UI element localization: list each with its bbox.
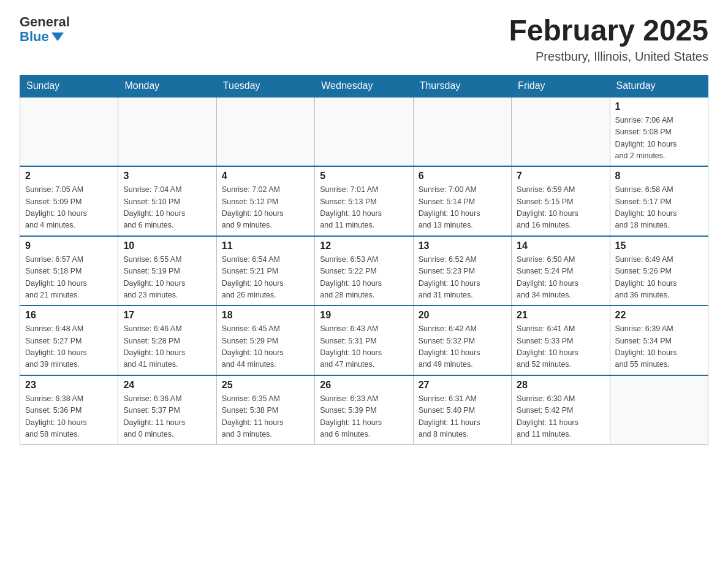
table-row: 8Sunrise: 6:58 AMSunset: 5:17 PMDaylight…: [610, 166, 708, 236]
day-number: 20: [419, 310, 506, 321]
day-number: 4: [222, 170, 309, 182]
day-info: Sunrise: 7:05 AMSunset: 5:09 PMDaylight:…: [25, 184, 113, 232]
col-wednesday: Wednesday: [315, 75, 413, 97]
table-row: [20, 97, 118, 167]
calendar-header-row: Sunday Monday Tuesday Wednesday Thursday…: [20, 75, 708, 97]
day-info: Sunrise: 6:57 AMSunset: 5:18 PMDaylight:…: [25, 254, 113, 302]
col-sunday: Sunday: [20, 75, 118, 97]
day-number: 12: [320, 240, 408, 251]
table-row: 18Sunrise: 6:45 AMSunset: 5:29 PMDayligh…: [216, 305, 314, 375]
day-info: Sunrise: 6:48 AMSunset: 5:27 PMDaylight:…: [25, 323, 113, 371]
table-row: 27Sunrise: 6:31 AMSunset: 5:40 PMDayligh…: [413, 375, 511, 445]
day-info: Sunrise: 6:33 AMSunset: 5:39 PMDaylight:…: [320, 393, 408, 441]
table-row: 20Sunrise: 6:42 AMSunset: 5:32 PMDayligh…: [413, 305, 511, 375]
table-row: 12Sunrise: 6:53 AMSunset: 5:22 PMDayligh…: [315, 236, 413, 306]
day-info: Sunrise: 6:52 AMSunset: 5:23 PMDaylight:…: [419, 254, 506, 302]
calendar-week-row: 1Sunrise: 7:06 AMSunset: 5:08 PMDaylight…: [20, 97, 708, 167]
day-info: Sunrise: 7:04 AMSunset: 5:10 PMDaylight:…: [123, 184, 211, 232]
table-row: [315, 97, 413, 167]
day-info: Sunrise: 6:59 AMSunset: 5:15 PMDaylight:…: [517, 184, 604, 232]
day-info: Sunrise: 7:06 AMSunset: 5:08 PMDaylight:…: [615, 115, 703, 163]
logo-triangle-icon: [51, 33, 64, 41]
day-number: 11: [222, 240, 309, 251]
day-number: 13: [419, 240, 506, 251]
col-monday: Monday: [118, 75, 216, 97]
day-info: Sunrise: 6:46 AMSunset: 5:28 PMDaylight:…: [123, 323, 211, 371]
table-row: 28Sunrise: 6:30 AMSunset: 5:42 PMDayligh…: [512, 375, 610, 445]
table-row: 13Sunrise: 6:52 AMSunset: 5:23 PMDayligh…: [413, 236, 511, 306]
day-info: Sunrise: 6:54 AMSunset: 5:21 PMDaylight:…: [222, 254, 309, 302]
day-number: 19: [320, 310, 408, 321]
table-row: 15Sunrise: 6:49 AMSunset: 5:26 PMDayligh…: [610, 236, 708, 306]
calendar-table: Sunday Monday Tuesday Wednesday Thursday…: [20, 75, 708, 445]
table-row: 19Sunrise: 6:43 AMSunset: 5:31 PMDayligh…: [315, 305, 413, 375]
logo-general-text: General: [20, 15, 70, 29]
calendar-subtitle: Prestbury, Illinois, United States: [509, 50, 708, 64]
calendar-week-row: 2Sunrise: 7:05 AMSunset: 5:09 PMDaylight…: [20, 166, 708, 236]
table-row: 25Sunrise: 6:35 AMSunset: 5:38 PMDayligh…: [216, 375, 314, 445]
day-number: 16: [25, 310, 113, 321]
calendar-week-row: 9Sunrise: 6:57 AMSunset: 5:18 PMDaylight…: [20, 236, 708, 306]
day-info: Sunrise: 6:41 AMSunset: 5:33 PMDaylight:…: [517, 323, 604, 371]
calendar-title: February 2025: [509, 15, 708, 47]
col-saturday: Saturday: [610, 75, 708, 97]
logo: General Blue: [20, 15, 70, 44]
table-row: 7Sunrise: 6:59 AMSunset: 5:15 PMDaylight…: [512, 166, 610, 236]
day-number: 24: [123, 380, 211, 391]
day-number: 27: [419, 380, 506, 391]
table-row: [118, 97, 216, 167]
calendar-week-row: 23Sunrise: 6:38 AMSunset: 5:36 PMDayligh…: [20, 375, 708, 445]
day-info: Sunrise: 6:42 AMSunset: 5:32 PMDaylight:…: [419, 323, 506, 371]
table-row: 22Sunrise: 6:39 AMSunset: 5:34 PMDayligh…: [610, 305, 708, 375]
day-number: 1: [615, 101, 703, 112]
table-row: 11Sunrise: 6:54 AMSunset: 5:21 PMDayligh…: [216, 236, 314, 306]
table-row: 6Sunrise: 7:00 AMSunset: 5:14 PMDaylight…: [413, 166, 511, 236]
day-info: Sunrise: 6:39 AMSunset: 5:34 PMDaylight:…: [615, 323, 703, 371]
day-info: Sunrise: 7:02 AMSunset: 5:12 PMDaylight:…: [222, 184, 309, 232]
table-row: 5Sunrise: 7:01 AMSunset: 5:13 PMDaylight…: [315, 166, 413, 236]
table-row: 9Sunrise: 6:57 AMSunset: 5:18 PMDaylight…: [20, 236, 118, 306]
day-info: Sunrise: 7:01 AMSunset: 5:13 PMDaylight:…: [320, 184, 408, 232]
day-number: 28: [517, 380, 604, 391]
day-number: 17: [123, 310, 211, 321]
col-tuesday: Tuesday: [216, 75, 314, 97]
day-number: 7: [517, 170, 604, 182]
table-row: [512, 97, 610, 167]
day-number: 26: [320, 380, 408, 391]
col-friday: Friday: [512, 75, 610, 97]
table-row: 14Sunrise: 6:50 AMSunset: 5:24 PMDayligh…: [512, 236, 610, 306]
day-info: Sunrise: 6:31 AMSunset: 5:40 PMDaylight:…: [419, 393, 506, 441]
title-section: February 2025 Prestbury, Illinois, Unite…: [509, 15, 708, 64]
day-number: 6: [419, 170, 506, 182]
page-header: General Blue February 2025 Prestbury, Il…: [20, 15, 708, 64]
day-info: Sunrise: 6:36 AMSunset: 5:37 PMDaylight:…: [123, 393, 211, 441]
day-number: 15: [615, 240, 703, 251]
table-row: 2Sunrise: 7:05 AMSunset: 5:09 PMDaylight…: [20, 166, 118, 236]
table-row: 4Sunrise: 7:02 AMSunset: 5:12 PMDaylight…: [216, 166, 314, 236]
col-thursday: Thursday: [413, 75, 511, 97]
day-number: 21: [517, 310, 604, 321]
table-row: 26Sunrise: 6:33 AMSunset: 5:39 PMDayligh…: [315, 375, 413, 445]
day-info: Sunrise: 6:35 AMSunset: 5:38 PMDaylight:…: [222, 393, 309, 441]
day-number: 3: [123, 170, 211, 182]
day-info: Sunrise: 6:30 AMSunset: 5:42 PMDaylight:…: [517, 393, 604, 441]
day-number: 25: [222, 380, 309, 391]
day-info: Sunrise: 6:45 AMSunset: 5:29 PMDaylight:…: [222, 323, 309, 371]
day-number: 5: [320, 170, 408, 182]
table-row: 3Sunrise: 7:04 AMSunset: 5:10 PMDaylight…: [118, 166, 216, 236]
day-number: 18: [222, 310, 309, 321]
day-info: Sunrise: 6:53 AMSunset: 5:22 PMDaylight:…: [320, 254, 408, 302]
table-row: [610, 375, 708, 445]
table-row: 16Sunrise: 6:48 AMSunset: 5:27 PMDayligh…: [20, 305, 118, 375]
day-number: 14: [517, 240, 604, 251]
day-number: 9: [25, 240, 113, 251]
day-info: Sunrise: 6:58 AMSunset: 5:17 PMDaylight:…: [615, 184, 703, 232]
table-row: [413, 97, 511, 167]
table-row: [216, 97, 314, 167]
table-row: 10Sunrise: 6:55 AMSunset: 5:19 PMDayligh…: [118, 236, 216, 306]
table-row: 17Sunrise: 6:46 AMSunset: 5:28 PMDayligh…: [118, 305, 216, 375]
table-row: 1Sunrise: 7:06 AMSunset: 5:08 PMDaylight…: [610, 97, 708, 167]
day-number: 2: [25, 170, 113, 182]
day-number: 10: [123, 240, 211, 251]
day-number: 22: [615, 310, 703, 321]
